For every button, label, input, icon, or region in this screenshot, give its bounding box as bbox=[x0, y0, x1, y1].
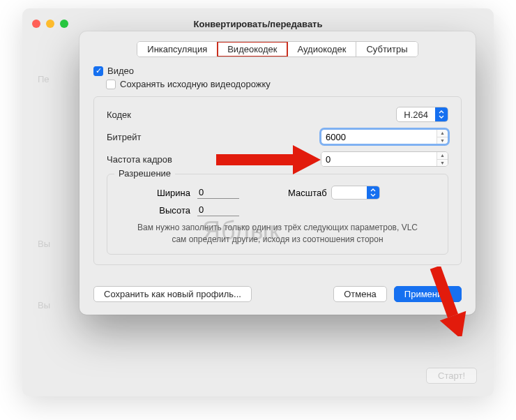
bitrate-label: Битрейт bbox=[107, 132, 225, 142]
video-settings-fieldset: Кодек H.264 Битрейт ▲ bbox=[93, 96, 462, 265]
framerate-label: Частота кадров bbox=[107, 154, 225, 165]
apply-button[interactable]: Применить bbox=[394, 286, 462, 302]
chevron-updown-icon bbox=[435, 107, 448, 121]
faint-text: Вы bbox=[38, 300, 50, 310]
bitrate-spinner[interactable]: ▲ ▼ bbox=[321, 129, 448, 144]
tab-subtitles[interactable]: Субтитры bbox=[356, 42, 417, 57]
spinner-down-icon[interactable]: ▼ bbox=[437, 137, 448, 144]
tab-videocodec[interactable]: Видеокодек bbox=[218, 42, 287, 57]
chevron-updown-icon bbox=[367, 186, 379, 199]
video-checkbox[interactable]: ✓ bbox=[93, 66, 103, 76]
height-label: Высота bbox=[152, 205, 190, 216]
scale-select[interactable] bbox=[331, 186, 380, 200]
keep-original-checkbox[interactable] bbox=[106, 80, 116, 89]
cancel-button[interactable]: Отмена bbox=[333, 286, 387, 302]
faint-text: Пе bbox=[38, 74, 50, 84]
spinner-up-icon[interactable]: ▲ bbox=[437, 130, 448, 137]
resolution-legend: Разрешение bbox=[114, 168, 175, 179]
tab-audiocodec[interactable]: Аудиокодек bbox=[287, 42, 356, 57]
codec-value: H.264 bbox=[397, 110, 435, 120]
spinner-up-icon[interactable]: ▲ bbox=[437, 152, 448, 160]
width-input[interactable] bbox=[197, 186, 239, 199]
codec-label: Кодек bbox=[107, 110, 225, 120]
resolution-note: Вам нужно заполнить только один из трёх … bbox=[117, 222, 438, 246]
tabbar: Инкапсуляция Видеокодек Аудиокодек Субти… bbox=[79, 31, 476, 57]
tab-encapsulation[interactable]: Инкапсуляция bbox=[137, 42, 218, 57]
codec-select[interactable]: H.264 bbox=[396, 107, 448, 122]
start-button-disabled: Старт! bbox=[426, 368, 477, 384]
framerate-spinner[interactable]: ▲ ▼ bbox=[321, 151, 448, 167]
height-input[interactable] bbox=[197, 204, 239, 216]
resolution-fieldset: Разрешение Ширина Масштаб bbox=[107, 174, 448, 255]
framerate-input[interactable] bbox=[321, 152, 437, 166]
bitrate-input[interactable] bbox=[321, 130, 437, 144]
spinner-down-icon[interactable]: ▼ bbox=[437, 160, 448, 167]
width-label: Ширина bbox=[152, 188, 190, 198]
video-checkbox-label: Видео bbox=[107, 66, 134, 76]
profile-dialog: Инкапсуляция Видеокодек Аудиокодек Субти… bbox=[79, 31, 476, 315]
faint-text: Вы bbox=[38, 239, 50, 249]
keep-original-checkbox-label: Сохранять исходную видеодорожку bbox=[120, 79, 271, 89]
save-profile-button[interactable]: Сохранить как новый профиль... bbox=[93, 286, 252, 302]
window-title: Конвертировать/передавать bbox=[22, 19, 494, 29]
scale-label: Масштаб bbox=[288, 188, 327, 198]
